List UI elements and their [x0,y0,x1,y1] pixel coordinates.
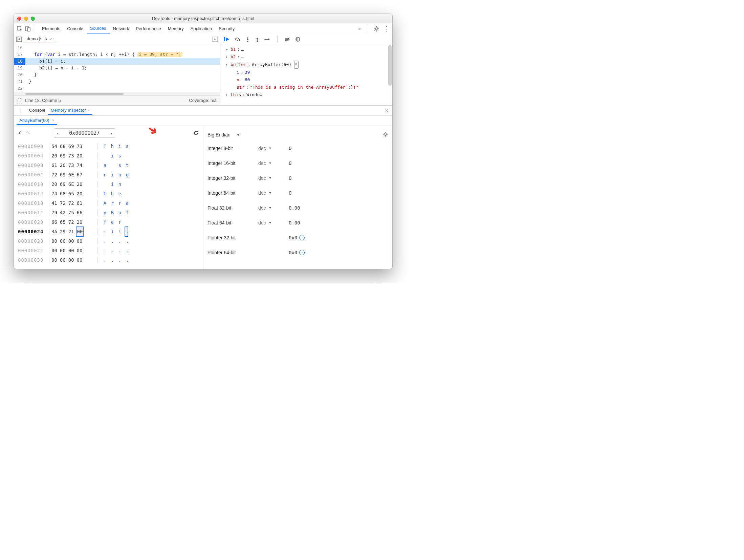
horizontal-scrollbar[interactable] [14,92,220,95]
interpreter-settings-icon[interactable] [383,132,388,137]
tab-security[interactable]: Security [215,23,238,34]
breakpoint-marker[interactable]: 18 [14,58,25,65]
ascii-char[interactable]: s [118,160,122,170]
hex-byte[interactable]: 29 [60,227,66,236]
expand-icon[interactable]: ▶ [226,91,229,99]
ascii-char[interactable]: ! [118,227,122,236]
pause-exceptions-icon[interactable] [295,37,301,42]
hex-byte[interactable]: 72 [51,170,57,179]
pretty-print-icon[interactable]: { } [17,98,22,103]
value-format-select[interactable]: dec▼ [258,175,289,181]
more-icon[interactable]: ⋮ [384,25,390,33]
ascii-char[interactable]: . [118,255,122,265]
hex-byte[interactable]: 66 [77,208,83,217]
ascii-char[interactable]: r [118,198,122,208]
hex-byte[interactable]: 6E [68,179,74,189]
value-format-select[interactable]: dec▼ [258,146,289,151]
ascii-char[interactable]: . [126,255,129,265]
hex-row[interactable]: 0000002066657220fer [18,217,199,227]
inspect-icon[interactable] [17,26,23,32]
prev-page-icon[interactable]: ‹ [54,131,61,136]
deactivate-breakpoints-icon[interactable] [284,37,290,42]
ascii-char[interactable]: a [103,160,107,170]
close-tab-icon[interactable]: × [50,36,53,41]
ascii-char[interactable]: i [111,179,114,189]
hex-row[interactable]: 0000000C72696E67ring [18,170,199,179]
ascii-char[interactable] [126,217,129,227]
expand-icon[interactable]: ▶ [226,46,229,53]
ascii-char[interactable]: s [118,151,122,160]
expand-icon[interactable]: ▶ [226,53,229,61]
close-tab-icon[interactable]: × [87,108,90,113]
tab-console[interactable]: Console [64,23,87,34]
hex-byte[interactable]: 00 [51,246,57,255]
next-page-icon[interactable]: › [108,131,115,136]
step-into-icon[interactable] [245,37,250,42]
line-number[interactable]: 22 [14,85,25,92]
code-line[interactable]: 17 for (var i = str.length; i < n; ++i) … [14,51,220,58]
hex-row[interactable]: 0000002C00000000.... [18,246,199,255]
scrollbar-thumb[interactable] [25,93,124,95]
scope-item[interactable]: ▶buffer: ArrayBuffer(60)⠿ [223,61,392,69]
hex-byte[interactable]: 42 [60,208,66,217]
hex-byte[interactable]: 00 [60,236,66,246]
hex-byte[interactable]: 74 [51,189,57,198]
hex-byte[interactable]: 73 [68,151,74,160]
endian-selector[interactable]: Big Endian ▼ [207,129,388,141]
ascii-char[interactable]: . [111,246,114,255]
ascii-char[interactable]: a [126,198,129,208]
ascii-char[interactable]: s [126,142,129,151]
ascii-char[interactable]: u [118,208,122,217]
hex-byte[interactable]: 20 [51,151,57,160]
code-line[interactable]: 20 } [14,71,220,78]
hex-byte[interactable]: 00 [76,227,84,237]
scope-item[interactable]: str: "This is a string in the ArrayBuffe… [223,84,392,91]
hex-byte[interactable]: 67 [77,170,83,179]
drawer-menu-icon[interactable]: ⋮ [17,108,25,113]
line-number[interactable]: 21 [14,78,25,85]
ascii-char[interactable]: r [111,198,114,208]
code-line[interactable]: 19 b2[i] = n - i - 1; [14,65,220,71]
ascii-char[interactable]: ) [111,227,114,236]
ascii-char[interactable]: . [111,255,114,265]
hex-byte[interactable]: 65 [68,189,74,198]
hex-byte[interactable]: 61 [77,198,83,208]
tab-performance[interactable]: Performance [132,23,164,34]
hex-byte[interactable]: 72 [60,198,66,208]
hex-byte[interactable]: 73 [68,160,74,170]
drawer-tab-console[interactable]: Console [26,106,48,115]
hex-grid[interactable]: 0000000054686973This0000000420697320 is … [14,140,203,266]
hex-byte[interactable]: 3A [51,227,57,236]
hex-byte[interactable]: 00 [51,236,57,246]
ascii-char[interactable] [126,189,129,198]
ascii-char[interactable]: r [103,170,107,179]
hex-byte[interactable]: 54 [51,142,57,151]
ascii-char[interactable]: y [103,208,107,217]
scope-item[interactable]: n: 60 [223,76,392,84]
hex-byte[interactable]: 00 [60,246,66,255]
hex-byte[interactable]: 00 [51,255,57,265]
step-over-icon[interactable] [235,37,241,42]
hex-byte[interactable]: 21 [68,227,74,236]
tab-application[interactable]: Application [187,23,216,34]
jump-to-address-icon[interactable]: → [299,250,305,255]
ascii-char[interactable]: f [126,208,129,217]
navigator-toggle-icon[interactable] [16,37,22,42]
code-editor[interactable]: 1617 for (var i = str.length; i < n; ++i… [14,44,220,92]
ascii-char[interactable] [126,179,129,189]
hex-byte[interactable]: 00 [68,246,74,255]
ascii-char[interactable]: . [103,255,107,265]
ascii-char[interactable]: . [103,246,107,255]
ascii-char[interactable]: n [118,179,122,189]
hex-byte[interactable]: 68 [60,189,66,198]
ascii-char[interactable]: i [111,151,114,160]
ascii-char[interactable]: h [111,189,114,198]
resume-icon[interactable] [224,37,230,42]
ascii-char[interactable]: t [126,160,129,170]
hex-byte[interactable]: 00 [77,255,83,265]
hex-byte[interactable]: 00 [77,246,83,255]
hex-row[interactable]: 0000000861207374a st [18,160,199,170]
hex-byte[interactable]: 20 [51,179,57,189]
file-tab[interactable]: demo-js.js × [24,35,55,43]
step-out-icon[interactable] [255,37,260,42]
